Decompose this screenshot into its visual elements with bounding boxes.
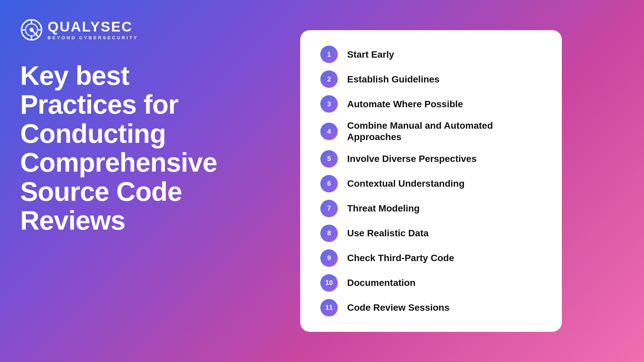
list-item: 3Automate Where Possible: [320, 95, 542, 113]
list-item: 10Documentation: [320, 274, 542, 292]
number-badge: 1: [320, 46, 338, 63]
number-badge: 7: [320, 200, 338, 217]
item-label: Start Early: [347, 49, 394, 60]
list-item: 8Use Realistic Data: [320, 225, 542, 242]
list-item: 5Involve Diverse Perspectives: [320, 150, 542, 168]
main-title: Key best Practices for Conducting Compre…: [20, 61, 208, 235]
number-badge: 9: [320, 249, 338, 267]
item-label: Establish Guidelines: [347, 74, 439, 85]
list-item: 6Contextual Understanding: [320, 175, 542, 192]
number-badge: 8: [320, 225, 338, 242]
logo-text-block: QUALYSEC BEYOND CYBERSECURITY: [48, 20, 138, 40]
item-label: Documentation: [347, 277, 416, 289]
list-item: 7Threat Modeling: [320, 200, 542, 217]
list-item: 4Combine Manual and Automated Approaches: [320, 120, 542, 142]
logo-wrapper: QUALYSEC BEYOND CYBERSECURITY: [20, 18, 138, 41]
item-label: Threat Modeling: [347, 203, 420, 214]
list-item: 11Code Review Sessions: [320, 299, 542, 316]
list-item: 1Start Early: [320, 46, 542, 63]
list-item: 2Establish Guidelines: [320, 70, 542, 88]
item-label: Contextual Understanding: [347, 178, 465, 189]
item-label: Automate Where Possible: [347, 99, 463, 110]
background: QUALYSEC BEYOND CYBERSECURITY Key best P…: [0, 0, 644, 362]
number-badge: 3: [320, 95, 338, 113]
logo-tagline: BEYOND CYBERSECURITY: [48, 35, 138, 40]
number-badge: 5: [320, 150, 338, 168]
right-panel: 1Start Early2Establish Guidelines3Automa…: [228, 17, 644, 345]
number-badge: 6: [320, 175, 338, 192]
number-badge: 11: [320, 299, 338, 316]
item-label: Use Realistic Data: [347, 228, 429, 239]
item-label: Check Third-Party Code: [347, 252, 454, 264]
item-label: Combine Manual and Automated Approaches: [347, 120, 542, 142]
logo-area: QUALYSEC BEYOND CYBERSECURITY: [20, 18, 208, 41]
left-panel: QUALYSEC BEYOND CYBERSECURITY Key best P…: [0, 0, 228, 362]
logo-icon: [20, 18, 43, 41]
item-label: Involve Diverse Perspectives: [347, 153, 477, 165]
list-item: 9Check Third-Party Code: [320, 249, 542, 267]
card: 1Start Early2Establish Guidelines3Automa…: [300, 30, 562, 331]
number-badge: 4: [320, 123, 338, 140]
number-badge: 10: [320, 274, 338, 292]
logo-name: QUALYSEC: [48, 20, 138, 34]
item-label: Code Review Sessions: [347, 302, 449, 313]
number-badge: 2: [320, 70, 338, 88]
